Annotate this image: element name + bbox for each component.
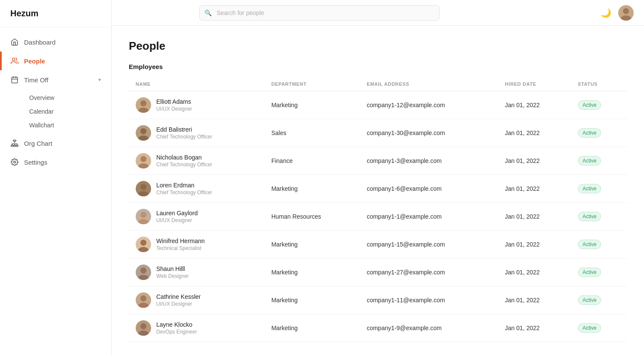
cell-status: Active <box>571 203 627 231</box>
emp-title: Web Designer <box>156 273 189 279</box>
employees-section-title: Employees <box>129 63 627 70</box>
sidebar-item-settings[interactable]: Settings <box>0 153 111 171</box>
cell-hired: Jan 01, 2022 <box>498 203 571 231</box>
cell-status: Active <box>571 259 627 286</box>
emp-title: Technical Specialist <box>156 245 205 251</box>
cell-department: Sales <box>264 119 360 147</box>
cell-status: Active <box>571 147 627 175</box>
cell-status: Active <box>571 231 627 259</box>
search-input[interactable] <box>199 5 440 21</box>
cell-status: Active <box>571 286 627 314</box>
cell-name: Edd Balistreri Chief Technology Officer <box>129 119 264 147</box>
status-badge: Active <box>578 100 601 110</box>
cell-email: company1-30@example.com <box>360 119 498 147</box>
svg-point-40 <box>140 295 146 301</box>
col-status: STATUS <box>571 77 627 91</box>
svg-point-22 <box>140 128 146 134</box>
page-title: People <box>129 39 627 53</box>
col-department: DEPARTMENT <box>264 77 360 91</box>
cell-name: Cathrine Kessler UI/UX Designer <box>129 286 264 314</box>
emp-name: Lauren Gaylord <box>156 210 198 217</box>
emp-avatar <box>136 97 151 113</box>
svg-point-0 <box>12 58 15 60</box>
emp-avatar <box>136 209 151 224</box>
orgchart-icon <box>10 139 19 147</box>
col-email: EMAIL ADDRESS <box>360 77 498 91</box>
cell-hired: Jan 01, 2022 <box>498 231 571 259</box>
cell-hired: Jan 01, 2022 <box>498 259 571 286</box>
table-row[interactable]: Cathrine Kessler UI/UX Designer Marketin… <box>129 286 627 314</box>
user-avatar[interactable] <box>618 5 634 21</box>
cell-department: Marketing <box>264 314 360 342</box>
svg-point-43 <box>140 323 146 329</box>
svg-rect-1 <box>12 77 18 83</box>
table-header: NAME DEPARTMENT EMAIL ADDRESS HIRED DATE… <box>129 77 627 91</box>
table-row[interactable]: Lauren Gaylord UI/UX Designer Human Reso… <box>129 203 627 231</box>
main-content: People Employees NAME DEPARTMENT EMAIL A… <box>112 26 644 355</box>
cell-email: company1-1@example.com <box>360 203 498 231</box>
sidebar-item-dashboard[interactable]: Dashboard <box>0 33 111 51</box>
sidebar-item-label: Dashboard <box>24 39 55 46</box>
table-row[interactable]: Elliott Adams UI/UX Designer Marketing c… <box>129 91 627 119</box>
home-icon <box>10 38 19 46</box>
svg-point-25 <box>140 156 146 162</box>
table-row[interactable]: Winifred Hermann Technical Specialist Ma… <box>129 231 627 259</box>
emp-name: Elliott Adams <box>156 98 192 105</box>
cell-status: Active <box>571 175 627 203</box>
emp-avatar <box>136 265 151 280</box>
cell-email: company1-27@example.com <box>360 259 498 286</box>
sidebar-nav: Dashboard People <box>0 27 111 355</box>
sidebar-item-wallchart[interactable]: Wallchart <box>24 118 111 132</box>
sidebar-item-overview[interactable]: Overview <box>24 91 111 105</box>
cell-hired: Jan 01, 2022 <box>498 314 571 342</box>
cell-email: company1-9@example.com <box>360 314 498 342</box>
emp-title: DevOps Engineer <box>156 329 197 335</box>
status-badge: Active <box>578 268 601 277</box>
svg-point-28 <box>140 184 146 190</box>
table-row[interactable]: Shaun Hilll Web Designer Marketing compa… <box>129 259 627 286</box>
header-right: 🌙 <box>601 5 634 21</box>
svg-point-14 <box>14 161 16 163</box>
cell-department: Marketing <box>264 175 360 203</box>
svg-point-34 <box>140 240 146 246</box>
header: 🔍 🌙 <box>112 0 644 26</box>
cell-email: company1-3@example.com <box>360 147 498 175</box>
emp-title: Chief Technology Officer <box>156 134 212 140</box>
cell-email: company1-12@example.com <box>360 91 498 119</box>
cell-name: Nicholaus Bogan Chief Technology Officer <box>129 147 264 175</box>
sidebar-item-people[interactable]: People <box>0 51 111 70</box>
theme-toggle-icon[interactable]: 🌙 <box>601 8 611 18</box>
cell-department: Finance <box>264 147 360 175</box>
cell-email: company1-6@example.com <box>360 175 498 203</box>
employees-table: NAME DEPARTMENT EMAIL ADDRESS HIRED DATE… <box>129 77 627 342</box>
status-badge: Active <box>578 323 601 333</box>
status-badge: Active <box>578 184 601 193</box>
svg-point-37 <box>140 268 146 274</box>
sidebar-item-calendar[interactable]: Calendar <box>24 105 111 118</box>
timeoff-subnav: Overview Calendar Wallchart <box>0 89 111 134</box>
emp-title: Chief Technology Officer <box>156 190 212 196</box>
svg-point-16 <box>623 8 629 14</box>
sidebar-item-orgchart[interactable]: Org Chart <box>0 134 111 153</box>
sidebar-item-label: Org Chart <box>24 140 52 147</box>
cell-department: Marketing <box>264 231 360 259</box>
table-row[interactable]: Loren Erdman Chief Technology Officer Ma… <box>129 175 627 203</box>
cell-department: Marketing <box>264 91 360 119</box>
table-row[interactable]: Nicholaus Bogan Chief Technology Officer… <box>129 147 627 175</box>
emp-avatar <box>136 292 151 308</box>
emp-title: UI/UX Designer <box>156 217 198 223</box>
emp-name: Layne Klocko <box>156 321 197 328</box>
emp-name: Nicholaus Bogan <box>156 154 212 161</box>
cell-hired: Jan 01, 2022 <box>498 91 571 119</box>
cell-hired: Jan 01, 2022 <box>498 147 571 175</box>
emp-title: UI/UX Designer <box>156 301 201 307</box>
emp-name: Loren Erdman <box>156 182 212 189</box>
calendar-icon <box>10 75 19 84</box>
table-row[interactable]: Layne Klocko DevOps Engineer Marketing c… <box>129 314 627 342</box>
sidebar-item-timeoff[interactable]: Time Off ▾ <box>0 70 111 89</box>
col-name: NAME <box>129 77 264 91</box>
cell-department: Marketing <box>264 286 360 314</box>
status-badge: Active <box>578 156 601 165</box>
col-hired: HIRED DATE <box>498 77 571 91</box>
table-row[interactable]: Edd Balistreri Chief Technology Officer … <box>129 119 627 147</box>
